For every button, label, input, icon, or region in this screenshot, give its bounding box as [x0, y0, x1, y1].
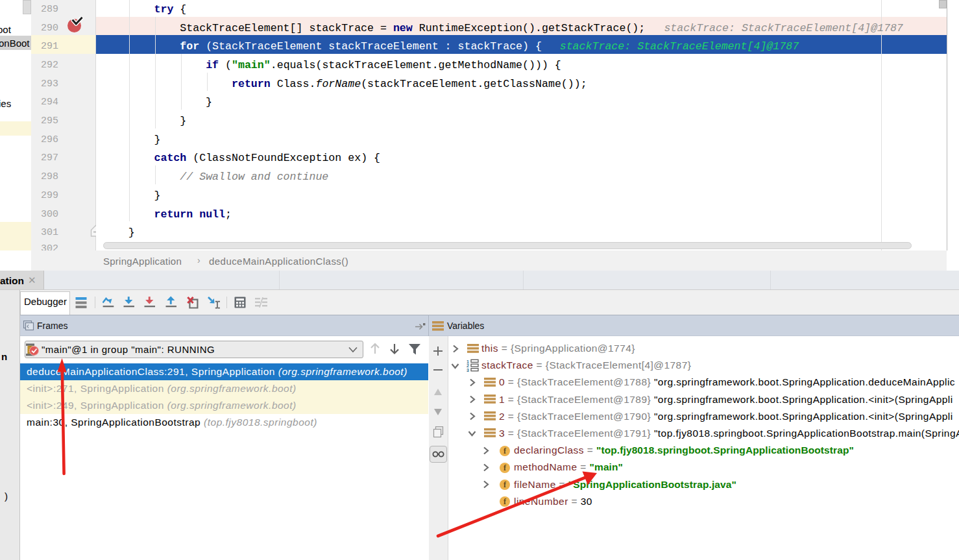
- svg-text:3: 3: [467, 368, 469, 372]
